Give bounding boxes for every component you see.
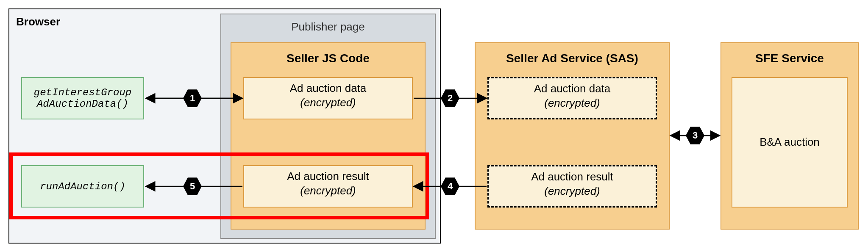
sfe-label: SFE Service [721, 52, 858, 65]
seller-js-data-box: Ad auction data (encrypted) [243, 77, 413, 119]
sfe-auction-label: B&A auction [760, 135, 820, 150]
sas-result-line1: Ad auction result [489, 170, 656, 184]
seller-js-data-line1: Ad auction data [244, 81, 412, 96]
sas-data-line2: (encrypted) [489, 96, 656, 111]
seller-js-data-line2: (encrypted) [244, 96, 412, 110]
step-2-badge: 2 [441, 89, 459, 108]
step-3-badge: 3 [686, 126, 704, 145]
api-getinterestgroup: getInterestGroup AdAuctionData() [21, 77, 144, 119]
highlight-box [9, 152, 429, 219]
sas-result-line2: (encrypted) [489, 184, 656, 199]
sas-data-box: Ad auction data (encrypted) [487, 77, 657, 119]
sas-result-box: Ad auction result (encrypted) [487, 165, 657, 208]
sfe-auction-box: B&A auction [732, 77, 848, 208]
browser-label: Browser [16, 15, 60, 28]
sas-data-line1: Ad auction data [489, 82, 656, 96]
sas-label: Seller Ad Service (SAS) [476, 52, 669, 65]
step-4-badge: 4 [441, 177, 459, 196]
seller-js-label: Seller JS Code [231, 52, 425, 65]
publisher-page-label: Publisher page [221, 20, 435, 33]
